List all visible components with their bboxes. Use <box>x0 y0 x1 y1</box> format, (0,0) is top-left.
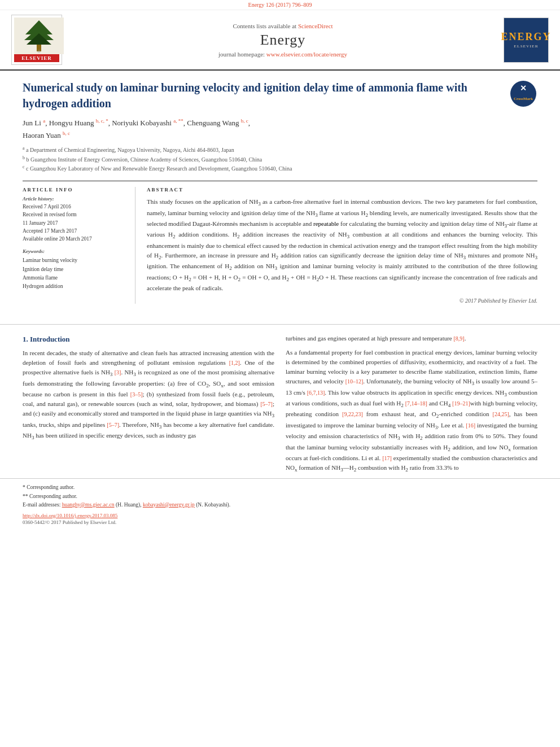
body-col-left: 1. Introduction In recent decades, the s… <box>23 334 274 478</box>
elsevier-tree-image <box>14 18 64 54</box>
journal-homepage: journal homepage: www.elsevier.com/locat… <box>73 51 492 58</box>
intro-title: 1. Introduction <box>23 334 274 345</box>
footnote-emails: E-mail addresses: huanghy@ms.giec.ac.cn … <box>23 501 537 509</box>
body-col-right: turbines and gas engines operated at hig… <box>286 334 537 478</box>
email-link-kobayashi[interactable]: kobayashi@energy.gr.jp <box>143 502 195 508</box>
copyright: © 2017 Published by Elsevier Ltd. <box>147 298 537 304</box>
keyword-4: Hydrogen addition <box>23 282 127 291</box>
authors: Jun Li a, Hongyu Huang b, c, *, Noriyuki… <box>23 117 537 142</box>
article-info-panel: ARTICLE INFO Article history: Received 7… <box>23 187 135 304</box>
affiliation-b: b b Guangzhou Institute of Energy Conver… <box>23 155 537 164</box>
body-columns: 1. Introduction In recent decades, the s… <box>0 334 560 478</box>
homepage-link[interactable]: www.elsevier.com/locate/energy <box>266 51 347 58</box>
sciencedirect-link[interactable]: ScienceDirect <box>298 23 333 29</box>
article-history-label: Article history: <box>23 196 127 202</box>
intro-para-1: In recent decades, the study of alternat… <box>23 348 274 442</box>
keywords-section: Keywords: Laminar burning velocity Ignit… <box>23 248 127 291</box>
article-title: Numerical study on laminar burning veloc… <box>23 80 537 111</box>
affiliation-a: a a Department of Chemical Engineering, … <box>23 145 537 154</box>
article-info-abstract: ARTICLE INFO Article history: Received 7… <box>23 181 537 304</box>
energy-logo-text: ENERGY <box>501 31 552 43</box>
journal-issue: Energy 126 (2017) 796–809 <box>0 0 560 10</box>
journal-center: Contents lists available at ScienceDirec… <box>62 23 504 58</box>
footnotes: * Corresponding author. ** Corresponding… <box>0 478 560 512</box>
svg-text:✕: ✕ <box>520 84 527 93</box>
svg-text:CrossMark: CrossMark <box>514 97 533 101</box>
sciencedirect-line: Contents lists available at ScienceDirec… <box>73 23 492 29</box>
journal-header: ELSEVIER Contents lists available at Sci… <box>0 10 560 71</box>
elsevier-label: ELSEVIER <box>14 54 59 62</box>
keyword-2: Ignition delay time <box>23 265 127 274</box>
energy-logo-right: ENERGY ELSEVIER <box>504 18 549 63</box>
date-revised: 11 January 2017 <box>23 219 127 227</box>
crossmark-badge[interactable]: ✕ CrossMark <box>509 80 537 110</box>
intro-para-r2: As a fundamental property for fuel combu… <box>286 348 537 474</box>
date-available: Available online 20 March 2017 <box>23 235 127 243</box>
date-accepted: Accepted 17 March 2017 <box>23 227 127 235</box>
footnote-double-star: ** Corresponding author. <box>23 492 537 501</box>
keyword-1: Laminar burning velocity <box>23 256 127 265</box>
doi-link[interactable]: http://dx.doi.org/10.1016/j.energy.2017.… <box>23 513 117 518</box>
main-content: Numerical study on laminar burning veloc… <box>0 71 560 315</box>
date-revised-label: Received in revised form <box>23 211 127 219</box>
issn-line: 0360-5442/© 2017 Published by Elsevier L… <box>0 519 560 531</box>
date-received: Received 7 April 2016 <box>23 203 127 211</box>
footnote-star: * Corresponding author. <box>23 483 537 492</box>
title-area: Numerical study on laminar burning veloc… <box>23 80 537 111</box>
affiliations: a a Department of Chemical Engineering, … <box>23 145 537 173</box>
elsevier-logo: ELSEVIER <box>11 15 62 65</box>
journal-name: Energy <box>73 32 492 49</box>
intro-para-r1: turbines and gas engines operated at hig… <box>286 334 537 343</box>
article-info-title: ARTICLE INFO <box>23 187 127 193</box>
abstract-title: ABSTRACT <box>147 187 537 193</box>
abstract-panel: ABSTRACT This study focuses on the appli… <box>147 187 537 304</box>
abstract-text: This study focuses on the application of… <box>147 197 537 293</box>
svg-point-5 <box>37 50 41 53</box>
keyword-3: Ammonia flame <box>23 274 127 282</box>
section-divider <box>0 324 560 325</box>
keywords-label: Keywords: <box>23 248 127 254</box>
email-link-huang[interactable]: huanghy@ms.giec.ac.cn <box>62 502 115 508</box>
affiliation-c: c c Guangzhou Key Laboratory of New and … <box>23 164 537 173</box>
doi-line: http://dx.doi.org/10.1016/j.energy.2017.… <box>0 512 560 519</box>
